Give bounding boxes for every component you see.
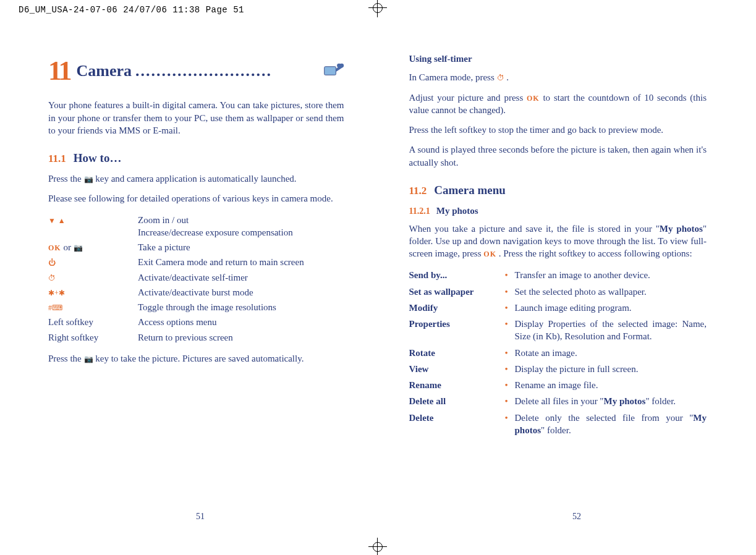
option-name: Delete [409, 410, 505, 439]
subsection-number: 11.2.1 [409, 206, 430, 218]
table-row: Modify•Launch image editing program. [409, 300, 707, 316]
bullet-icon: • [505, 300, 515, 316]
option-name: Delete all [409, 393, 505, 409]
option-name: Modify [409, 300, 505, 316]
bullet-icon: • [505, 267, 515, 283]
self-timer-p3: Press the left softkey to stop the timer… [409, 124, 707, 136]
crop-mark-top [368, 0, 387, 17]
option-desc: Display Properties of the selected image… [515, 316, 707, 345]
text-fragment: . Press the right softkey to access foll… [496, 248, 692, 258]
key-desc: Access options menu [138, 315, 344, 329]
bullet-icon: • [505, 284, 515, 300]
chapter-title: Camera [77, 60, 132, 82]
key-label: Right softkey [48, 330, 138, 345]
page-number-right: 52 [572, 512, 581, 522]
option-desc: Rename an image file. [515, 377, 707, 393]
table-row: Right softkey Return to previous screen [48, 330, 344, 345]
key-table: ▼ ▲ Zoom in / out Increase/decrease expo… [48, 213, 344, 345]
text-fragment: Delete only the selected file from your … [515, 413, 694, 423]
leader-dots: .......................... [132, 60, 323, 82]
bold-folder-name: My photos [660, 224, 703, 234]
option-desc: Delete all files in your "My photos" fol… [515, 393, 707, 409]
option-desc: Launch image editing program. [515, 300, 707, 316]
svg-point-3 [339, 64, 344, 68]
table-row: ⏻ Exit Camera mode and return to main sc… [48, 255, 344, 269]
text-fragment: " folder. [645, 396, 676, 406]
table-row: OK or 📷 Take a picture [48, 240, 344, 255]
table-row: Set as wallpaper•Set the selected photo … [409, 284, 707, 300]
option-name: Properties [409, 316, 505, 345]
section-11-2-heading: 11.2 Camera menu [409, 182, 707, 198]
table-row: Rename•Rename an image file. [409, 377, 707, 393]
camcorder-icon [323, 61, 344, 81]
detailed-ops-paragraph: Please see following for detailed operat… [48, 192, 344, 205]
table-row: ⏱ Activate/deactivate self-timer [48, 270, 344, 285]
ok-key-icon: OK [483, 250, 496, 258]
option-desc: Rotate an image. [515, 345, 707, 361]
bullet-icon: • [505, 345, 515, 361]
table-row: View•Display the picture in full screen. [409, 361, 707, 377]
key-desc: Toggle through the image resolutions [138, 300, 344, 315]
down-arrow-icon: ▼ [48, 216, 56, 225]
ok-key-icon: OK [48, 244, 61, 252]
text-fragment: key to take the picture. Pictures are sa… [93, 354, 304, 363]
up-arrow-icon: ▲ [58, 216, 66, 225]
subsection-11-2-1-heading: 11.2.1 My photos [409, 205, 707, 218]
section-title: How to… [74, 150, 122, 166]
key-desc: Activate/deactivate self-timer [138, 270, 344, 285]
take-picture-paragraph: Press the 📷 key to take the picture. Pic… [48, 352, 344, 365]
page-left: 11 Camera .......................... You… [0, 34, 378, 555]
table-row: #⌨ Toggle through the image resolutions [48, 300, 344, 315]
table-row: ▼ ▲ Zoom in / out Increase/decrease expo… [48, 213, 344, 240]
key-label: Left softkey [48, 315, 138, 329]
text-fragment: Delete all files in your " [515, 396, 604, 406]
svg-rect-0 [324, 67, 336, 75]
subsection-title: My photos [436, 205, 478, 217]
option-desc: Delete only the selected file from your … [515, 410, 707, 439]
option-name: Send by... [409, 267, 505, 283]
option-name: View [409, 361, 505, 377]
bullet-icon: • [505, 393, 515, 409]
camera-key-icon: 📷 [84, 355, 93, 363]
option-name: Rotate [409, 345, 505, 361]
self-timer-p2: Adjust your picture and press OK to star… [409, 91, 707, 117]
self-timer-heading: Using self-timer [409, 53, 707, 65]
chapter-heading: 11 Camera .......................... [48, 53, 344, 89]
ok-key-icon: OK [527, 94, 540, 103]
options-table: Send by...•Transfer an image to another … [409, 267, 707, 438]
key-desc: Activate/deactivate burst mode [138, 285, 344, 300]
text-fragment: key and camera application is automatica… [93, 174, 297, 184]
key-desc: Zoom in / out [138, 214, 344, 226]
text-fragment: Press the [48, 174, 84, 184]
bold-folder-name: My photos [604, 396, 646, 406]
page-right: Using self-timer In Camera mode, press ⏱… [378, 34, 757, 555]
section-number: 11.1 [48, 152, 66, 166]
chapter-number: 11 [48, 53, 70, 89]
bullet-icon: • [505, 410, 515, 439]
text-fragment: When you take a picture and save it, the… [409, 224, 660, 234]
key-desc: Exit Camera mode and return to main scre… [138, 255, 344, 269]
page-number-left: 51 [196, 512, 205, 522]
my-photos-paragraph: When you take a picture and save it, the… [409, 222, 707, 260]
text-fragment: Adjust your picture and press [409, 93, 527, 103]
text-fragment: " folder. [541, 425, 571, 435]
text-fragment: or [61, 242, 74, 252]
hangup-key-icon: ⏻ [48, 258, 56, 267]
text-fragment: In Camera mode, press [409, 72, 497, 82]
page-spread: 11 Camera .......................... You… [0, 34, 756, 555]
self-timer-p4: A sound is played three seconds before t… [409, 143, 707, 169]
text-fragment: . [504, 72, 509, 82]
timer-key-icon: ⏱ [497, 74, 504, 82]
section-number: 11.2 [409, 184, 427, 198]
key-desc: Return to previous screen [138, 330, 344, 345]
hash-key-icon: #⌨ [48, 303, 62, 312]
option-desc: Transfer an image to another device. [515, 267, 707, 283]
table-row: Delete • Delete only the selected file f… [409, 410, 707, 439]
camera-key-icon: 📷 [74, 244, 83, 252]
option-name: Set as wallpaper [409, 284, 505, 300]
bullet-icon: • [505, 361, 515, 377]
camera-key-icon: 📷 [84, 175, 93, 184]
bullet-icon: • [505, 316, 515, 345]
star-key-icon: ✱+✱ [48, 289, 65, 297]
option-name: Rename [409, 377, 505, 393]
